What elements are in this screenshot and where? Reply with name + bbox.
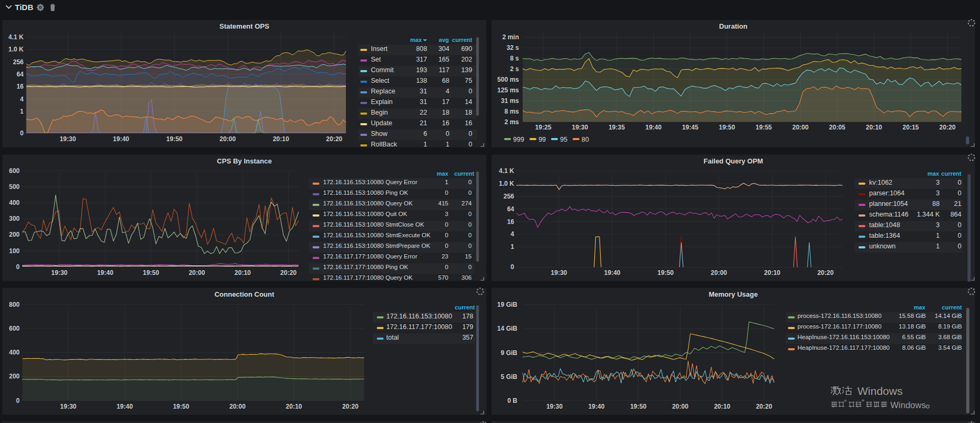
- svg-text:TiDB: TiDB: [15, 3, 33, 12]
